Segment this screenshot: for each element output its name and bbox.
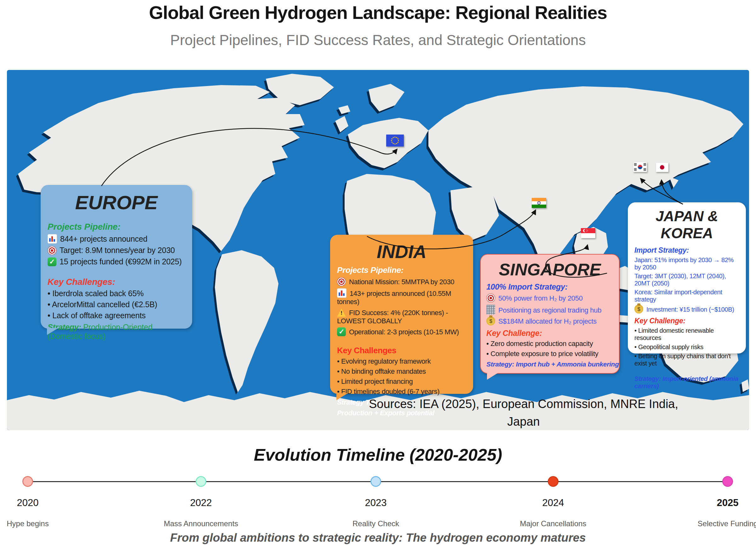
- list-item: • Lack of offtake agreements: [48, 311, 185, 320]
- timeline-dot-2023: [370, 476, 381, 487]
- india-flag-icon: [532, 198, 546, 208]
- list-item: 15 projects funded (€992M in 2025): [48, 257, 185, 266]
- list-item-text: 844+ projects announced: [60, 234, 147, 243]
- callout-india: INDIA Projects Pipeline: National Missio…: [330, 235, 473, 394]
- office-building-icon: [486, 305, 495, 314]
- timeline-tagline: From global ambitions to strategic reali…: [0, 531, 756, 544]
- list-item: • Evolving regulatory framework: [337, 357, 466, 366]
- japan-challenge-header: Key Challenge:: [634, 317, 739, 325]
- page-title: Global Green Hydrogen Landscape: Regiona…: [0, 2, 756, 23]
- timeline-label-2020: Hype begins: [0, 519, 81, 528]
- check-icon: [48, 257, 56, 266]
- timeline-label-2025: Selective Funding: [674, 519, 756, 528]
- singapore-strategy: Strategy: Import hub + Ammonia bunkering: [486, 360, 613, 368]
- timeline-label-2024: Major Cancellations: [500, 519, 607, 528]
- warning-icon: [337, 308, 346, 317]
- timeline-year-2022: 2022: [163, 497, 239, 509]
- money-bag-icon: [634, 305, 643, 314]
- list-item: • Zero domestic production capacity: [486, 340, 613, 348]
- target-icon: [48, 246, 56, 255]
- list-item-text: Positioning as regional trading hub: [498, 306, 601, 314]
- world-map-panel: EUROPE Projects Pipeline: 844+ projects …: [7, 70, 749, 430]
- list-item: Korea: Similar import-dependent strategy: [634, 289, 739, 303]
- list-item: National Mission: 5MMTPA by 2030: [337, 277, 466, 286]
- timeline-year-2020: 2020: [0, 497, 66, 509]
- list-item-text: Investment: ¥15 trillion (~$100B): [646, 306, 734, 313]
- timeline-dot-2025: [722, 476, 733, 487]
- check-icon: [337, 327, 346, 336]
- japan-header: Import Strategy:: [634, 246, 739, 255]
- japan-flag-icon: [656, 163, 668, 172]
- list-item: Investment: ¥15 trillion (~$100B): [634, 305, 739, 314]
- list-item: Target: 8.9M tonnes/year by 2030: [48, 246, 185, 255]
- singapore-challenges: • Zero domestic production capacity • Co…: [486, 340, 613, 358]
- list-item: FID Success: 4% (220K tonnes) - LOWEST G…: [337, 308, 466, 325]
- list-item: • Limited project financing: [337, 377, 466, 386]
- callout-europe-title: EUROPE: [48, 191, 185, 214]
- list-item: • Complete exposure to price volatility: [486, 350, 613, 358]
- south-korea-flag-icon: [633, 162, 647, 172]
- timeline-dot-2020: [22, 476, 33, 487]
- list-item-text: S$184M allocated for H₂ projects: [498, 317, 597, 325]
- callout-europe: EUROPE Projects Pipeline: 844+ projects …: [41, 185, 192, 329]
- list-item: 143+ projects announced (10.55M tonnes): [337, 288, 466, 306]
- strategy-label: Strategy:: [48, 323, 81, 331]
- sources-note: Sources: IEA (2025), European Commission…: [353, 395, 694, 430]
- list-item: Japan: 51% imports by 2030 → 82% by 2050: [634, 256, 739, 271]
- india-pipeline-header: Projects Pipeline:: [337, 265, 466, 275]
- eu-flag-icon: [386, 135, 404, 147]
- timeline-label-2022: Mass Announcements: [147, 519, 255, 528]
- timeline-label-2023: Reality Check: [322, 519, 429, 528]
- india-challenges: • Evolving regulatory framework • No bin…: [337, 357, 466, 396]
- callout-japan-korea: JAPAN & KOREA Import Strategy: Japan: 51…: [628, 202, 746, 354]
- timeline-dot-2024: [548, 476, 558, 487]
- list-item: • Iberdrola scaled back 65%: [48, 289, 185, 298]
- singapore-flag-icon: [581, 228, 595, 238]
- europe-pipeline-header: Projects Pipeline:: [48, 222, 185, 232]
- bar-chart-icon: [337, 288, 347, 298]
- europe-challenges-header: Key Challenges:: [48, 277, 185, 287]
- target-icon: [337, 277, 346, 286]
- list-item: Positioning as regional trading hub: [486, 305, 613, 314]
- list-item: • Geopolitical supply risks: [634, 343, 739, 351]
- singapore-header: 100% Import Strategy:: [486, 282, 613, 291]
- list-item: • Betting on supply chains that don't ex…: [634, 353, 739, 367]
- timeline-year-2023: 2023: [338, 497, 414, 509]
- bar-chart-icon: [48, 234, 57, 244]
- callout-japan-korea-title: JAPAN & KOREA: [634, 208, 739, 242]
- list-item: 844+ projects announced: [48, 234, 185, 244]
- page-subtitle: Project Pipelines, FID Success Rates, an…: [0, 32, 756, 49]
- timeline-year-2024: 2024: [515, 497, 591, 509]
- callout-singapore: SINGAPORE 100% Import Strategy: 50% powe…: [480, 254, 620, 374]
- list-item: 50% power from H₂ by 2050: [486, 294, 613, 302]
- list-item: • Limited domestic renewable resources: [634, 327, 739, 342]
- sources-line-1: Sources: IEA (2025), European Commission…: [353, 395, 694, 430]
- singapore-challenge-header: Key Challenge:: [486, 329, 613, 338]
- timeline-title: Evolution Timeline (2020-2025): [0, 445, 756, 464]
- list-item-text: FID Success: 4% (220K tonnes) - LOWEST G…: [337, 309, 448, 325]
- target-icon: [486, 294, 495, 302]
- japan-challenges: • Limited domestic renewable resources •…: [634, 327, 739, 367]
- timeline-dot-2022: [196, 476, 206, 487]
- list-item-text: 143+ projects announced (10.55M tonnes): [337, 290, 451, 306]
- money-bag-icon: [486, 317, 495, 325]
- list-item-text: 15 projects funded (€992M in 2025): [60, 257, 182, 266]
- india-challenges-header: Key Challenges: [337, 346, 466, 355]
- list-item-text: 50% power from H₂ by 2050: [498, 294, 583, 302]
- timeline-year-2025: 2025: [690, 497, 756, 509]
- list-item: S$184M allocated for H₂ projects: [486, 317, 613, 325]
- list-item: • No binding offtake mandates: [337, 367, 466, 376]
- callout-singapore-title: SINGAPORE: [486, 260, 613, 279]
- list-item: • ArcelorMittal cancelled (€2.5B): [48, 300, 185, 309]
- europe-strategy: Strategy: Production-Oriented (Domestic …: [48, 323, 185, 341]
- list-item: • FID timelines doubled (6-7 years): [337, 388, 466, 396]
- list-item-text: Target: 8.9M tonnes/year by 2030: [60, 246, 175, 255]
- japan-strategy: Strategy: Import-oriented (ammonia carri…: [634, 375, 739, 390]
- list-item: Target: 3MT (2030), 12MT (2040), 20MT (2…: [634, 273, 739, 287]
- list-item-text: Operational: 2-3 projects (10-15 MW): [349, 328, 459, 336]
- callout-india-title: INDIA: [337, 241, 466, 262]
- list-item: Operational: 2-3 projects (10-15 MW): [337, 327, 466, 336]
- list-item-text: National Mission: 5MMTPA by 2030: [349, 278, 454, 286]
- europe-challenges: • Iberdrola scaled back 65% • ArcelorMit…: [48, 289, 185, 320]
